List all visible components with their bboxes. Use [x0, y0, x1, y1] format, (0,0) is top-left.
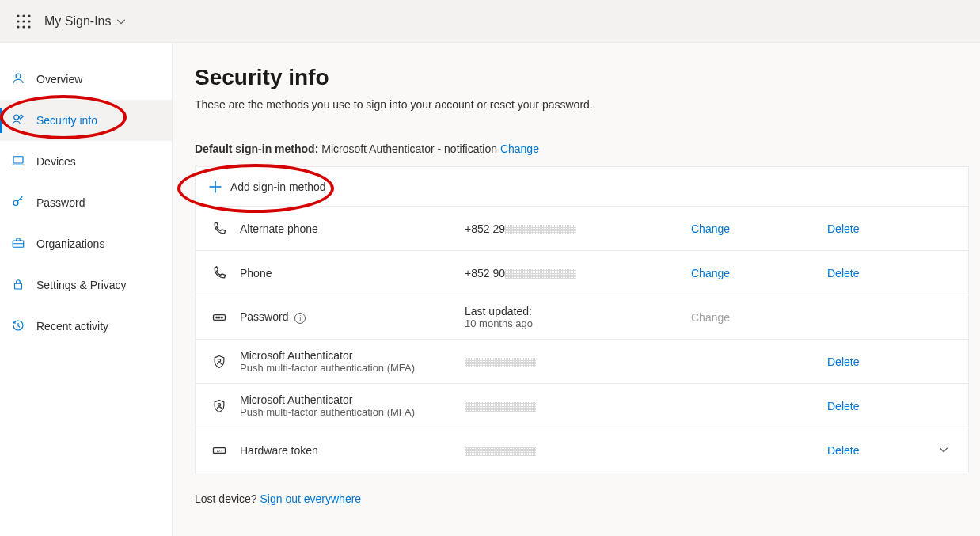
redacted-value — [465, 402, 536, 412]
default-method-change-link[interactable]: Change — [500, 143, 539, 155]
method-change-link[interactable]: Change — [691, 267, 730, 279]
svg-point-17 — [218, 317, 220, 318]
svg-point-5 — [28, 20, 30, 22]
methods-panel: Add sign-in method Alternate phone+852 2… — [195, 166, 969, 473]
method-name: Microsoft AuthenticatorPush multi-factor… — [240, 349, 455, 374]
brand-dropdown[interactable]: My Sign-Ins — [44, 14, 127, 29]
method-delete-link[interactable]: Delete — [827, 400, 859, 412]
method-change-link[interactable]: Change — [691, 222, 730, 235]
sidebar-item-recent-activity[interactable]: Recent activity — [0, 306, 172, 347]
redacted-value — [465, 358, 536, 367]
info-icon[interactable]: i — [294, 313, 306, 324]
history-icon — [11, 318, 36, 335]
method-value: +852 90 — [465, 267, 682, 279]
chevron-down-icon — [938, 444, 949, 458]
method-subname: Push multi-factor authentication (MFA) — [240, 406, 455, 418]
svg-point-20 — [218, 403, 220, 405]
sidebar-item-label: Recent activity — [36, 320, 108, 333]
app-header: My Sign-Ins — [0, 0, 980, 43]
method-change-link: Change — [691, 311, 730, 324]
page-subtitle: These are the methods you use to sign in… — [195, 98, 969, 111]
briefcase-icon — [11, 236, 36, 253]
sidebar-item-label: Overview — [36, 73, 82, 86]
add-sign-in-method-button[interactable]: Add sign-in method — [196, 167, 968, 207]
redacted-value — [505, 269, 576, 279]
person-icon — [11, 71, 36, 88]
method-delete-cell: Delete — [827, 355, 922, 368]
redacted-value — [465, 447, 536, 456]
method-name-label: Password — [240, 310, 288, 323]
svg-point-0 — [17, 14, 19, 17]
method-expand-toggle[interactable] — [932, 444, 955, 458]
app-launcher-button[interactable] — [9, 7, 38, 36]
method-delete-cell: Delete — [827, 400, 922, 412]
laptop-icon — [11, 154, 36, 170]
method-row: Microsoft AuthenticatorPush multi-factor… — [196, 340, 968, 384]
page-title: Security info — [195, 65, 969, 90]
method-value-prefix: +852 29 — [465, 222, 505, 235]
method-name: Phone — [240, 267, 455, 279]
svg-point-18 — [222, 317, 223, 318]
method-value: +852 29 — [465, 222, 682, 235]
sidebar-item-devices[interactable]: Devices — [0, 141, 172, 182]
svg-point-7 — [22, 25, 25, 28]
svg-point-6 — [17, 25, 19, 28]
grid-icon — [17, 14, 31, 29]
lost-device-label: Lost device? — [195, 492, 257, 505]
method-delete-link[interactable]: Delete — [827, 444, 859, 457]
svg-point-12 — [13, 200, 18, 205]
sidebar-item-settings-privacy[interactable]: Settings & Privacy — [0, 264, 172, 306]
method-delete-link[interactable]: Delete — [827, 267, 859, 279]
sign-out-everywhere-link[interactable]: Sign out everywhere — [260, 492, 362, 505]
main-content: Security info These are the methods you … — [173, 43, 980, 536]
authenticator-icon — [208, 354, 230, 370]
method-delete-link[interactable]: Delete — [827, 355, 859, 368]
sidebar-item-label: Settings & Privacy — [36, 279, 127, 291]
svg-rect-11 — [13, 156, 23, 162]
lock-icon — [11, 277, 36, 294]
method-row: Password iLast updated:10 months agoChan… — [196, 295, 968, 340]
svg-point-9 — [16, 74, 21, 78]
svg-point-10 — [14, 115, 19, 120]
sidebar-item-password[interactable]: Password — [0, 182, 172, 223]
sidebar: OverviewSecurity infoDevicesPasswordOrga… — [0, 43, 173, 536]
method-row: 123Hardware tokenDelete — [196, 428, 968, 473]
svg-point-3 — [17, 20, 19, 22]
chevron-down-icon — [116, 16, 127, 27]
method-value-line2: 10 months ago — [465, 317, 682, 329]
method-delete-link[interactable]: Delete — [827, 222, 859, 235]
sidebar-item-overview[interactable]: Overview — [0, 59, 172, 100]
sidebar-item-organizations[interactable]: Organizations — [0, 223, 172, 264]
method-value-line1: Last updated: — [465, 305, 682, 317]
method-name-label: Microsoft Authenticator — [240, 349, 352, 362]
method-change-cell: Change — [691, 222, 818, 235]
method-change-cell: Change — [691, 311, 818, 324]
sidebar-item-label: Organizations — [36, 238, 104, 250]
method-delete-cell: Delete — [827, 267, 922, 279]
svg-point-4 — [22, 20, 25, 22]
default-method-line: Default sign-in method: Microsoft Authen… — [195, 143, 969, 155]
method-name-label: Phone — [240, 267, 272, 279]
phone-icon — [208, 265, 230, 281]
method-row: Phone+852 90ChangeDelete — [196, 251, 968, 295]
svg-point-8 — [28, 25, 30, 28]
default-method-label: Default sign-in method: — [195, 143, 318, 155]
svg-point-1 — [22, 14, 25, 17]
default-method-value: Microsoft Authenticator - notification — [321, 143, 497, 155]
phone-icon — [208, 221, 230, 237]
method-subname: Push multi-factor authentication (MFA) — [240, 362, 455, 374]
sidebar-item-security-info[interactable]: Security info — [0, 100, 172, 141]
method-name: Hardware token — [240, 444, 455, 457]
sidebar-item-label: Devices — [36, 155, 76, 168]
sidebar-item-label: Password — [36, 196, 85, 209]
method-name: Alternate phone — [240, 222, 455, 235]
redacted-value — [505, 225, 576, 234]
lost-device-line: Lost device? Sign out everywhere — [195, 492, 969, 505]
method-value — [465, 444, 682, 457]
sidebar-item-label: Security info — [36, 114, 97, 127]
method-delete-cell: Delete — [827, 444, 922, 457]
method-change-cell: Change — [691, 267, 818, 279]
svg-rect-14 — [15, 283, 22, 289]
method-value-prefix: +852 90 — [465, 267, 505, 279]
method-row: Microsoft AuthenticatorPush multi-factor… — [196, 384, 968, 428]
